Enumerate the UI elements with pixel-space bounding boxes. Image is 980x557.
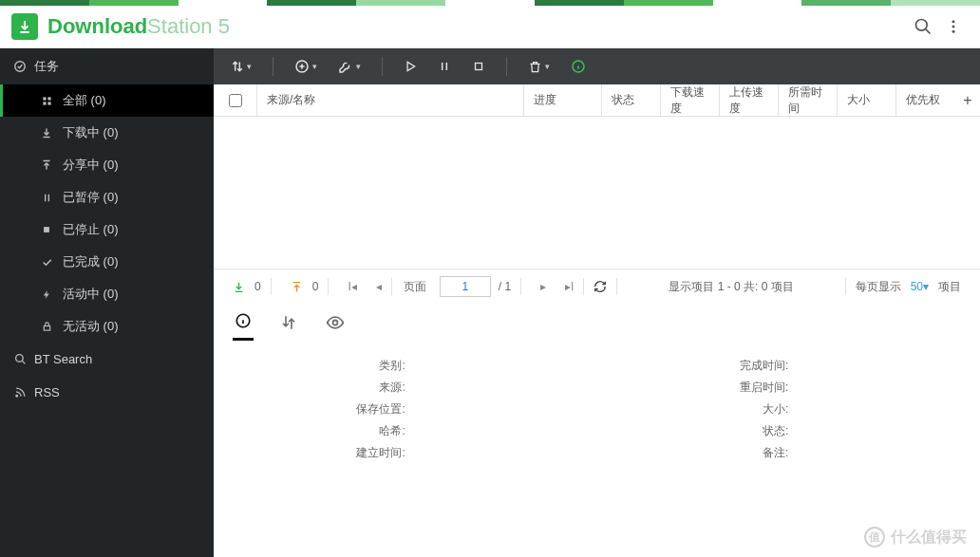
sidebar-item-label: 已暂停 (0): [63, 189, 119, 206]
info-button[interactable]: [571, 59, 586, 74]
add-button[interactable]: ▾: [294, 59, 317, 74]
sidebar-item-label: 活动中 (0): [63, 286, 119, 303]
page-label: 页面: [404, 279, 426, 295]
pager: 0 0 I◂ ◂ 页面 / 1 ▸ ▸I: [214, 269, 980, 304]
detail-row: 哈希:: [214, 420, 597, 442]
select-all-checkbox[interactable]: [229, 94, 242, 107]
download-total: 0: [254, 280, 261, 293]
more-menu-button[interactable]: [938, 11, 969, 42]
rss-icon: [13, 386, 27, 399]
delete-button[interactable]: ▾: [528, 60, 550, 74]
column-header[interactable]: 大小: [838, 84, 896, 116]
down-icon: [40, 127, 53, 139]
download-total-icon: [223, 269, 254, 304]
prev-page-button[interactable]: ◂: [367, 269, 391, 304]
column-header[interactable]: 上传速度: [720, 84, 779, 116]
svg-point-12: [15, 395, 17, 397]
detail-row: 完成时间:: [597, 355, 981, 377]
svg-rect-8: [47, 102, 50, 104]
svg-rect-10: [44, 326, 49, 331]
detail-label: 类别:: [214, 358, 405, 374]
sidebar-item-label: 分享中 (0): [63, 157, 119, 174]
add-column-button[interactable]: +: [955, 84, 980, 116]
refresh-button[interactable]: [584, 269, 616, 304]
separator: [273, 57, 273, 76]
pause-button[interactable]: [438, 60, 451, 73]
separator: [506, 57, 507, 76]
sidebar-rss-label: RSS: [34, 385, 60, 399]
detail-label: 重启时间:: [597, 380, 789, 396]
header-bar: DownloadStation 5: [0, 6, 980, 48]
sidebar: 任务 全部 (0)下载中 (0)分享中 (0)已暂停 (0)已停止 (0)已完成…: [0, 48, 214, 557]
svg-point-17: [333, 320, 338, 325]
first-page-button[interactable]: I◂: [338, 269, 366, 304]
column-header[interactable]: 进度: [524, 84, 602, 116]
last-page-button[interactable]: ▸I: [556, 269, 583, 304]
sidebar-item-grid[interactable]: 全部 (0): [0, 84, 214, 117]
range-label: 显示项目 1 - 0 共: 0 项目: [669, 280, 793, 293]
toolbar: ▾ ▾ ▾: [214, 48, 980, 84]
detail-row: 建立时间:: [214, 442, 597, 464]
detail-row: 备注:: [597, 442, 981, 464]
page-input[interactable]: [440, 276, 491, 297]
sidebar-section-tasks[interactable]: 任务: [0, 48, 214, 84]
page-total: / 1: [499, 280, 511, 293]
svg-rect-5: [43, 97, 46, 100]
sidebar-item-down[interactable]: 下载中 (0): [0, 117, 214, 149]
column-header[interactable]: 来源/名称: [257, 84, 524, 116]
check-icon: [40, 256, 53, 269]
column-header[interactable]: 下载速度: [661, 84, 720, 116]
sidebar-item-up[interactable]: 分享中 (0): [0, 149, 214, 181]
upload-total: 0: [312, 280, 319, 293]
upload-total-icon: [281, 269, 312, 304]
details-tab-view[interactable]: [324, 307, 347, 341]
app-title: DownloadStation 5: [47, 14, 230, 39]
sidebar-item-bolt[interactable]: 活动中 (0): [0, 278, 214, 310]
up-icon: [40, 159, 53, 171]
stop-icon: [40, 225, 53, 234]
detail-row: 重启时间:: [597, 377, 981, 399]
details-tab-transfer[interactable]: [278, 308, 299, 340]
app-title-bold: Download: [47, 14, 147, 38]
sidebar-rss[interactable]: RSS: [0, 376, 214, 409]
svg-point-11: [15, 355, 23, 362]
column-header[interactable]: 状态: [602, 84, 661, 116]
next-page-button[interactable]: ▸: [531, 269, 556, 304]
sort-button[interactable]: ▾: [231, 60, 252, 73]
check-circle-icon: [13, 60, 27, 73]
detail-label: 备注:: [597, 445, 789, 461]
column-header[interactable]: 所需时间: [779, 84, 838, 116]
detail-row: 保存位置:: [214, 399, 597, 420]
sidebar-item-label: 下载中 (0): [63, 124, 119, 141]
per-page-unit: 项目: [938, 279, 961, 295]
search-icon: [13, 353, 27, 365]
sidebar-item-label: 已停止 (0): [63, 221, 119, 238]
sidebar-item-check[interactable]: 已完成 (0): [0, 246, 214, 278]
sidebar-bt-search[interactable]: BT Search: [0, 343, 214, 376]
column-header[interactable]: 优先权: [896, 84, 955, 116]
separator: [382, 57, 383, 76]
sidebar-item-lock[interactable]: 无活动 (0): [0, 310, 214, 343]
svg-point-1: [952, 20, 955, 23]
search-button[interactable]: [908, 11, 938, 42]
table-body: [214, 117, 980, 269]
per-page-select[interactable]: 50▾: [911, 280, 929, 293]
details-tabs: [214, 304, 980, 343]
app-logo: [11, 13, 38, 40]
detail-label: 状态:: [597, 423, 789, 439]
sidebar-item-stop[interactable]: 已停止 (0): [0, 214, 214, 246]
svg-point-2: [952, 26, 955, 28]
grid-icon: [40, 96, 53, 106]
sidebar-item-label: 全部 (0): [63, 92, 106, 109]
sidebar-section-label: 任务: [34, 58, 59, 75]
stop-button[interactable]: [472, 60, 485, 73]
sidebar-item-pause[interactable]: 已暂停 (0): [0, 181, 214, 214]
details-panel: 类别:来源:保存位置:哈希:建立时间: 完成时间:重启时间:大小:状态:备注:: [214, 304, 980, 557]
tools-button[interactable]: ▾: [338, 59, 361, 74]
start-button[interactable]: [404, 60, 417, 73]
details-tab-info[interactable]: [233, 306, 254, 341]
svg-rect-7: [43, 102, 46, 104]
bolt-icon: [40, 288, 53, 301]
table-header: 来源/名称进度状态下载速度上传速度所需时间大小优先权 +: [214, 84, 980, 117]
lock-icon: [40, 321, 53, 332]
